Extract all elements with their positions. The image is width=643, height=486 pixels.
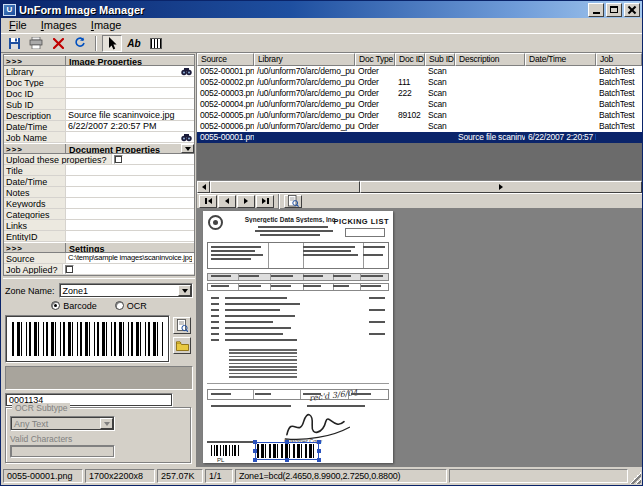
column-header-source[interactable]: Source xyxy=(197,53,254,66)
text-line xyxy=(333,285,349,287)
section-header-image-properties[interactable]: >>>Image Properties xyxy=(4,55,194,66)
title-bar[interactable]: U UnForm Image Manager xyxy=(1,1,642,18)
barcode-zone-selection[interactable] xyxy=(255,442,319,460)
table-row[interactable]: 0052-00005.png/u0/unform70/arc/demo_purc… xyxy=(197,110,642,121)
table-row[interactable]: 0052-00002.png/u0/unform70/arc/demo_purc… xyxy=(197,77,642,88)
minimize-button[interactable] xyxy=(588,3,604,17)
close-button[interactable] xyxy=(624,3,640,17)
prop-field-date-time[interactable]: 6/22/2007 2:20:57 PM xyxy=(66,121,194,131)
cell-job: BatchTest xyxy=(596,99,642,110)
nav-last-button[interactable] xyxy=(256,195,274,208)
prop-field-date-time[interactable] xyxy=(66,176,194,186)
job-applied-checkbox[interactable] xyxy=(65,265,74,274)
menu-images[interactable]: Images xyxy=(34,18,84,33)
text-line xyxy=(363,254,383,256)
table-row[interactable]: 0055-00001.pngSource file scaninvoice.jp… xyxy=(197,132,642,143)
column-header-sub-id[interactable]: Sub ID xyxy=(425,53,455,66)
ocr-radio-circle xyxy=(115,301,124,310)
prop-field-entityid[interactable] xyxy=(66,231,194,241)
preview-document-button[interactable] xyxy=(284,195,302,208)
prop-field-job-name[interactable] xyxy=(66,132,194,142)
scroll-right-button[interactable] xyxy=(360,181,642,193)
prop-label-doc-id: Doc ID xyxy=(4,88,66,98)
resize-handle[interactable] xyxy=(317,458,321,462)
nav-first-button[interactable] xyxy=(199,195,217,208)
binoculars-icon[interactable] xyxy=(180,133,192,142)
zone-name-combo[interactable]: Zone1 xyxy=(59,283,193,298)
prop-field-sub-id[interactable] xyxy=(66,99,194,109)
zone-name-label: Zone Name: xyxy=(5,286,55,296)
resize-handle[interactable] xyxy=(285,440,289,444)
cell-job: BatchTest xyxy=(596,88,642,99)
zone-name-combo-arrow[interactable] xyxy=(178,285,191,296)
table-row[interactable]: 0052-00006.png/u0/unform70/arc/demo_purc… xyxy=(197,121,642,132)
prop-field-title[interactable] xyxy=(66,165,194,175)
resize-handle[interactable] xyxy=(253,458,257,462)
ocr-subtype-value: Any Text xyxy=(14,419,48,429)
cell-doc-id xyxy=(395,66,425,77)
maximize-button[interactable] xyxy=(606,3,622,17)
refresh-button[interactable] xyxy=(70,35,90,52)
nav-prev-button[interactable] xyxy=(218,195,236,208)
prop-field-keywords[interactable] xyxy=(66,198,194,208)
prop-field-description[interactable]: Source file scaninvoice.jpg xyxy=(66,110,194,120)
cell-doc-type: Order xyxy=(355,99,395,110)
menu-file[interactable]: File xyxy=(2,18,34,33)
resize-handle[interactable] xyxy=(285,458,289,462)
pointer-tool-button[interactable] xyxy=(102,35,122,52)
document-preview-area[interactable]: Synergetic Data Systems, Inc. PICKING LI… xyxy=(197,209,642,467)
prop-field-library[interactable] xyxy=(66,66,194,76)
preview-zone-button[interactable] xyxy=(173,317,191,334)
prop-field-links[interactable] xyxy=(66,220,194,230)
prop-label-keywords: Keywords xyxy=(4,198,66,208)
prop-value xyxy=(112,154,194,164)
table-row[interactable]: 0052-00001.png/u0/unform70/arc/demo_purc… xyxy=(197,66,642,77)
resize-handle[interactable] xyxy=(317,440,321,444)
delete-button[interactable] xyxy=(48,35,68,52)
barcode-side-buttons xyxy=(173,315,193,363)
save-button[interactable] xyxy=(4,35,24,52)
cell-source: 0052-00006.png xyxy=(197,121,254,132)
prop-field-source[interactable]: C:\temp\sample images\scaninvoice.jpg xyxy=(66,253,194,263)
prop-row-links: Links xyxy=(4,220,194,231)
table-row[interactable]: 0052-00003.png/u0/unform70/arc/demo_purc… xyxy=(197,88,642,99)
upload-these-properties-checkbox[interactable] xyxy=(114,155,123,164)
column-header-library[interactable]: Library xyxy=(254,53,355,66)
prop-field-categories[interactable] xyxy=(66,209,194,219)
prop-field-notes[interactable] xyxy=(66,187,194,197)
text-tool-button[interactable]: Ab xyxy=(124,35,144,52)
ocr-subtype-combo: Any Text xyxy=(10,416,115,431)
text-line xyxy=(369,309,385,311)
barcode-radio[interactable]: Barcode xyxy=(51,301,97,311)
print-button[interactable] xyxy=(26,35,46,52)
horizontal-scrollbar[interactable] xyxy=(197,180,642,193)
status-panel-fill xyxy=(449,469,628,483)
cell-doc-type: Order xyxy=(355,66,395,77)
column-header-date-time[interactable]: Date/Time xyxy=(525,53,596,66)
section-header-document-properties[interactable]: >>>Document Properties xyxy=(4,143,194,154)
barcode-tool-button[interactable] xyxy=(146,35,166,52)
prop-field-doc-type[interactable] xyxy=(66,77,194,87)
column-header-job[interactable]: Job xyxy=(596,53,642,66)
section-dropdown-button[interactable] xyxy=(181,144,194,153)
nav-next-button[interactable] xyxy=(237,195,255,208)
text-line xyxy=(229,366,297,368)
column-header-doc-type[interactable]: Doc Type xyxy=(355,53,395,66)
column-header-doc-id[interactable]: Doc ID xyxy=(395,53,425,66)
column-header-description[interactable]: Description xyxy=(455,53,525,66)
table-row[interactable]: 0052-00004.png/u0/unform70/arc/demo_purc… xyxy=(197,99,642,110)
section-header-settings[interactable]: >>>Settings xyxy=(4,242,194,253)
scrollbar-thumb[interactable] xyxy=(210,181,360,193)
resize-handle[interactable] xyxy=(317,449,321,453)
resize-handle[interactable] xyxy=(253,449,257,453)
resize-grip[interactable] xyxy=(629,472,641,484)
binoculars-icon[interactable] xyxy=(180,67,192,76)
ocr-radio[interactable]: OCR xyxy=(115,301,147,311)
prop-field-doc-id[interactable] xyxy=(66,88,194,98)
open-folder-button[interactable] xyxy=(173,337,191,354)
menu-image[interactable]: Image xyxy=(84,18,129,33)
results-grid: 0052-00001.png/u0/unform70/arc/demo_purc… xyxy=(197,66,642,143)
resize-handle[interactable] xyxy=(253,440,257,444)
text-line xyxy=(369,297,385,299)
scroll-left-button[interactable] xyxy=(197,181,210,193)
